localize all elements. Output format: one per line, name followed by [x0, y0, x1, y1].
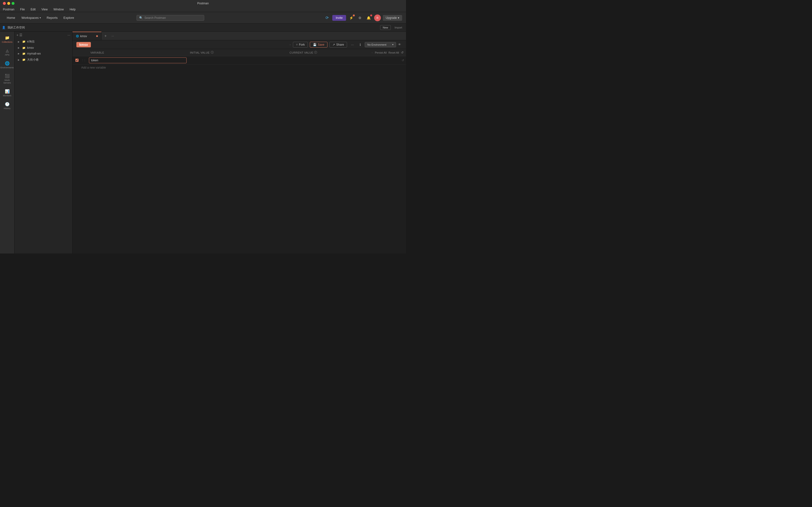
- menu-file[interactable]: File: [19, 7, 26, 12]
- menu-edit[interactable]: Edit: [30, 7, 37, 12]
- close-button[interactable]: [3, 2, 6, 5]
- sidebar-item-mock-servers[interactable]: ⬛ Mock Servers: [1, 72, 13, 86]
- lightning-icon-btn[interactable]: ⚡: [348, 14, 355, 21]
- sidebar-item-apis[interactable]: ◬ APIs: [1, 46, 13, 58]
- row-checkbox[interactable]: [75, 59, 79, 62]
- folder-icon: 📁: [22, 40, 26, 43]
- tree-label-kmsv: kmsv: [27, 46, 34, 50]
- tree-item-kmsv[interactable]: ▶ 📁 kmsv: [14, 45, 72, 51]
- nav-right-actions: ⟳ Invite ⚡ ⚙ 🔔 R Upgrade ▾: [323, 14, 402, 21]
- home-nav[interactable]: Home: [4, 14, 18, 21]
- filter-icon[interactable]: ☰: [19, 33, 22, 37]
- tree-arrow-kmsv-icon: ▶: [18, 47, 21, 49]
- workspaces-nav[interactable]: Workspaces ▾: [19, 14, 43, 21]
- share-button[interactable]: ↗ Share: [329, 42, 347, 48]
- sidebar-item-apis-label: APIs: [5, 54, 9, 56]
- row-checkbox-cell[interactable]: [72, 59, 81, 62]
- window-controls: [3, 2, 14, 5]
- tab-more-button[interactable]: ···: [109, 33, 116, 39]
- initial-value-input[interactable]: [189, 57, 286, 63]
- reports-nav[interactable]: Reports: [44, 14, 60, 21]
- tree-item-mymallwx[interactable]: ▶ 📁 mymall-wx: [14, 51, 72, 56]
- folder-mymall-icon: 📁: [22, 52, 26, 55]
- tree-arrow-mymall-icon: ▶: [18, 52, 21, 55]
- tree-arrow-icon: ▶: [18, 41, 21, 43]
- workspace-row: 👤 我的工作空间 New Import: [0, 24, 406, 32]
- sidebar-item-collections[interactable]: 📁 Collections: [1, 34, 13, 45]
- explore-nav[interactable]: Explore: [61, 14, 77, 21]
- new-button[interactable]: New: [380, 25, 391, 30]
- history-icon: 🕐: [5, 102, 10, 107]
- menu-window[interactable]: Window: [52, 7, 65, 12]
- avatar-button[interactable]: R: [374, 14, 381, 21]
- variable-input[interactable]: [89, 57, 187, 63]
- add-collection-icon[interactable]: +: [16, 33, 18, 37]
- invite-button[interactable]: Invite: [332, 15, 346, 21]
- env-name-title: kmsv: [77, 42, 91, 47]
- persist-all-button[interactable]: Persist All: [375, 51, 387, 54]
- sync-icon-btn[interactable]: ⟳: [323, 14, 331, 21]
- upgrade-button[interactable]: Upgrade ▾: [383, 15, 402, 21]
- row-drag-handle[interactable]: ⋮⋮: [81, 59, 88, 62]
- left-sidebar: 📁 Collections ◬ APIs 🌐 Environments ⬛ Mo…: [0, 32, 14, 253]
- add-variable-placeholder: Add a new variable: [81, 66, 106, 69]
- sidebar-item-environments[interactable]: 🌐 Environments: [1, 59, 13, 71]
- save-button[interactable]: 💾 Save: [310, 42, 327, 48]
- apis-icon: ◬: [6, 48, 9, 53]
- more-icon[interactable]: ···: [67, 33, 70, 37]
- tree-label-etaoxin: e淘信: [27, 40, 35, 44]
- tree-item-dajie[interactable]: ▶ 📁 大街小巷: [14, 56, 72, 63]
- tree-label-mymallwx: mymall-wx: [27, 52, 41, 55]
- settings-icon-btn[interactable]: ⚙: [357, 14, 363, 21]
- mock-servers-icon: ⬛: [5, 74, 10, 78]
- fork-button[interactable]: ⑂ Fork: [293, 42, 308, 48]
- sidebar-item-collections-label: Collections: [2, 41, 12, 44]
- env-sub-header: kmsv ·· ⑂ Fork 💾 Save ↗ Share ··· ℹ: [72, 40, 406, 49]
- tab-kmsv[interactable]: 🌐 kmsv: [72, 32, 101, 40]
- menu-bar: Postman File Edit View Window Help: [0, 7, 406, 12]
- env-selector-chevron-icon: ▾: [392, 43, 394, 46]
- tree-item-etaoxin[interactable]: ▶ 📁 e淘信: [14, 38, 72, 45]
- sidebar-item-monitors[interactable]: 📊 Monitors: [1, 87, 13, 99]
- sidebar-item-history[interactable]: 🕐 History: [1, 100, 13, 112]
- row-variable-cell: [88, 57, 188, 63]
- bell-badge: [370, 14, 372, 16]
- row-reset-icon[interactable]: ↺: [402, 59, 404, 62]
- menu-view[interactable]: View: [40, 7, 49, 12]
- reset-all-button[interactable]: Reset All: [389, 51, 399, 54]
- share-icon: ↗: [333, 43, 335, 46]
- maximize-button[interactable]: [12, 2, 14, 5]
- sidebar-item-monitors-label: Monitors: [3, 95, 11, 97]
- bell-icon-btn[interactable]: 🔔: [365, 14, 372, 21]
- menu-postman[interactable]: Postman: [2, 7, 15, 12]
- environments-icon: 🌐: [5, 61, 10, 66]
- search-bar[interactable]: 🔍 Search Postman: [137, 15, 204, 21]
- current-info-icon[interactable]: ⓘ: [314, 50, 317, 55]
- sub-header-actions: ·· ⑂ Fork 💾 Save ↗ Share ··· ℹ No Env: [290, 42, 402, 48]
- initial-info-icon[interactable]: ⓘ: [211, 50, 214, 55]
- env-eye-button[interactable]: 👁: [397, 42, 402, 47]
- import-button[interactable]: Import: [393, 25, 404, 30]
- initial-value-column-label: INITIAL VALUE: [190, 51, 210, 54]
- sidebar-item-mock-servers-label: Mock Servers: [2, 79, 12, 84]
- more-actions-button[interactable]: ···: [349, 42, 356, 48]
- menu-help[interactable]: Help: [69, 7, 77, 12]
- upgrade-label: Upgrade: [386, 16, 397, 19]
- minimize-button[interactable]: [7, 2, 10, 5]
- env-selector-container: No Environment ▾ 👁: [365, 42, 402, 47]
- col-initial-header: INITIAL VALUE ⓘ: [188, 50, 287, 55]
- content-area: 🌐 kmsv + ··· kmsv ·· ⑂ Fork 💾 Save: [72, 32, 406, 253]
- reset-icon[interactable]: ↺: [401, 51, 404, 54]
- tab-new-button[interactable]: +: [101, 32, 109, 40]
- table-row: ⋮⋮ ↺: [72, 56, 406, 64]
- current-value-input[interactable]: [288, 57, 386, 63]
- col-actions-header: ·· Persist All Reset All ↺: [387, 50, 406, 55]
- info-button[interactable]: ℹ: [358, 42, 363, 48]
- sidebar-item-history-label: History: [4, 107, 10, 110]
- fork-label: Fork: [299, 43, 305, 46]
- current-value-column-label: CURRENT VALUE: [290, 51, 313, 54]
- tab-env-icon: 🌐: [76, 35, 79, 38]
- env-selector[interactable]: No Environment ▾: [365, 42, 396, 47]
- add-variable-row[interactable]: Add a new variable: [72, 64, 406, 71]
- search-placeholder: Search Postman: [144, 16, 166, 19]
